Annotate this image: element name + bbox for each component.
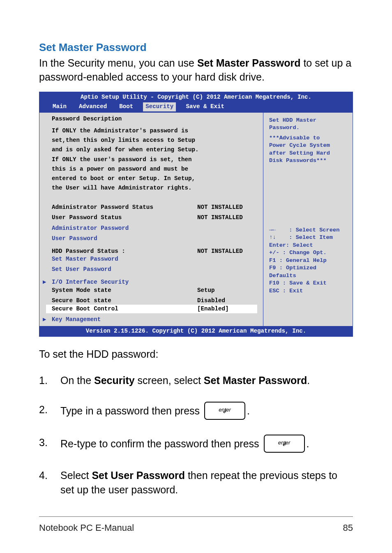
label: User Password — [52, 235, 256, 243]
footer-left: Notebook PC E-Manual — [39, 523, 134, 533]
value: [Enabled] — [197, 305, 256, 313]
submenu-arrow-icon: ▶ — [43, 278, 46, 286]
right-info-line: Power Cycle System — [269, 142, 348, 149]
row-io-interface-security[interactable]: I/O Interface Security — [52, 278, 256, 286]
tab-advanced[interactable]: Advanced — [76, 102, 109, 111]
step-3: 3. Re-type to confirm the password then … — [39, 435, 353, 454]
help-key: →← — [269, 227, 286, 234]
label: Set User Password — [52, 266, 256, 273]
step-text: Re-type to confirm the password then pre… — [60, 438, 262, 449]
step-text: Select — [60, 470, 92, 481]
return-arrow-icon: ↲ — [222, 407, 227, 416]
pw-desc-line: this is a power on password and must be — [52, 165, 256, 173]
label: Secure Boot Control — [52, 305, 197, 313]
bios-body: Password Description If ONLY the Adminis… — [39, 113, 353, 326]
right-info-line: Disk Passwords*** — [269, 157, 348, 164]
label: Set Master Password — [52, 255, 256, 263]
row-admin-pw[interactable]: Administrator Password — [52, 224, 256, 232]
step-bold: Set User Password — [92, 470, 185, 481]
tab-save-exit[interactable]: Save & Exit — [183, 102, 227, 111]
step-bold: Security — [94, 375, 135, 386]
label: Administrator Password — [52, 224, 256, 232]
label: Administrator Password Status — [52, 204, 197, 211]
bios-left-pane: Password Description If ONLY the Adminis… — [39, 113, 263, 326]
step-bold: Set Master Password — [204, 375, 307, 386]
help-line: F9 : Optimized — [269, 264, 348, 272]
footer-page-number: 85 — [343, 523, 353, 533]
post-box-line: To set the HDD password: — [39, 348, 353, 360]
step-text: screen, select — [135, 375, 204, 386]
intro-pre: In the Security menu, you can use — [39, 57, 197, 69]
tab-boot[interactable]: Boot — [117, 102, 136, 111]
intro-paragraph: In the Security menu, you can use Set Ma… — [39, 56, 353, 84]
pw-desc-line: set,then this only limits access to Setu… — [52, 137, 256, 144]
row-set-master-pw[interactable]: Set Master Password — [52, 255, 256, 263]
footer-rule — [39, 516, 353, 517]
bios-version-bar: Version 2.15.1226. Copyright (C) 2012 Am… — [39, 326, 353, 336]
step-text: . — [247, 405, 250, 416]
help-text: : Select Item — [286, 234, 333, 241]
step-text: Type in a password then press — [60, 405, 203, 416]
row-secure-boot-state: Secure Boot state Disabled — [52, 297, 256, 305]
pw-desc-line: If ONLY the Administrator's password is — [52, 127, 256, 135]
step-number: 4. — [39, 468, 60, 483]
help-line: F1 : General Help — [269, 257, 348, 264]
label: User Password Status — [52, 214, 197, 222]
row-admin-pw-status: Administrator Password Status NOT INSTAL… — [52, 204, 256, 211]
help-key: ↑↓ — [269, 234, 286, 241]
intro-bold: Set Master Password — [197, 57, 301, 69]
help-text: : Select Screen — [286, 227, 339, 233]
step-number: 3. — [39, 435, 60, 450]
row-system-mode-state: System Mode state Setup — [52, 287, 256, 294]
help-line: F10 : Save & Exit — [269, 280, 348, 287]
page: Set Master Password In the Security menu… — [0, 0, 392, 497]
bios-title-bar: Aptio Setup Utility - Copyright (C) 2012… — [39, 92, 353, 102]
pw-desc-line: and is only asked for when entering Setu… — [52, 146, 256, 154]
pw-desc-line: entered to boot or enter Setup. In Setup… — [52, 175, 256, 183]
step-text: . — [307, 438, 309, 449]
help-line: Enter: Select — [269, 242, 348, 249]
label: Secure Boot state — [52, 297, 197, 305]
value: Disabled — [197, 297, 256, 305]
step-number: 1. — [39, 373, 60, 388]
right-info-line: Set HDD Master — [269, 117, 348, 124]
step-text: On the — [60, 375, 94, 386]
label: Key Management — [52, 316, 256, 324]
section-heading: Set Master Password — [39, 41, 353, 54]
value: Setup — [197, 287, 256, 294]
bios-setup-screenshot: Aptio Setup Utility - Copyright (C) 2012… — [39, 92, 353, 337]
row-user-pw[interactable]: User Password — [52, 235, 256, 243]
row-hdd-pw-status: HDD Password Status : NOT INSTALLED — [52, 248, 256, 255]
step-number: 2. — [39, 403, 60, 417]
step-1: 1. On the Security screen, select Set Ma… — [39, 373, 353, 388]
help-line: ESC : Exit — [269, 287, 348, 295]
return-arrow-icon: ↲ — [282, 440, 287, 449]
tab-main[interactable]: Main — [50, 102, 69, 111]
row-user-pw-status: User Password Status NOT INSTALLED — [52, 214, 256, 222]
right-info-line: after Setting Hard — [269, 150, 348, 157]
step-2: 2. Type in a password then press enter ↲… — [39, 403, 353, 421]
tab-security[interactable]: Security — [143, 102, 176, 111]
bios-tabs: Main Advanced Boot Security Save & Exit — [39, 102, 353, 113]
step-4: 4. Select Set User Password then repeat … — [39, 468, 353, 497]
value: NOT INSTALLED — [197, 204, 256, 211]
row-set-user-pw[interactable]: Set User Password — [52, 266, 256, 273]
enter-key-icon: enter ↲ — [264, 435, 305, 453]
label: HDD Password Status : — [52, 248, 197, 255]
step-text: . — [307, 375, 310, 386]
help-line: +/- : Change Opt. — [269, 249, 348, 257]
value: NOT INSTALLED — [197, 214, 256, 222]
right-info-line: Password. — [269, 124, 348, 132]
value: NOT INSTALLED — [197, 248, 256, 255]
label: I/O Interface Security — [52, 278, 256, 286]
enter-key-icon: enter ↲ — [204, 402, 245, 420]
pw-desc-line: If ONLY the user's password is set, then — [52, 156, 256, 164]
label: System Mode state — [52, 287, 197, 294]
row-secure-boot-control-selected[interactable]: Secure Boot Control [Enabled] — [46, 305, 257, 313]
submenu-arrow-icon: ▶ — [43, 316, 46, 324]
bios-right-pane: Set HDD Master Password. ***Advisable to… — [263, 113, 353, 326]
bios-help-block: →← : Select Screen ↑↓ : Select Item Ente… — [269, 227, 348, 295]
steps-list: 1. On the Security screen, select Set Ma… — [39, 373, 353, 497]
password-description-title: Password Description — [52, 115, 256, 123]
row-key-management[interactable]: Key Management — [52, 316, 256, 324]
